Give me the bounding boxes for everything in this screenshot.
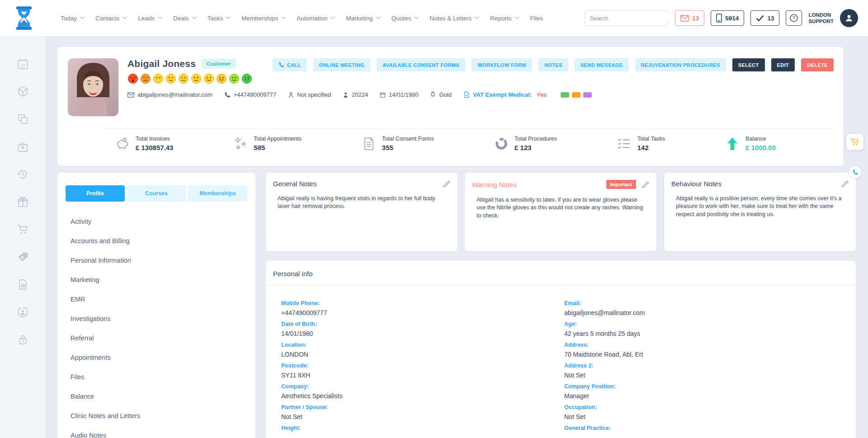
mood-3-unhappy-open-icon[interactable] <box>153 73 164 84</box>
checkmark-icon <box>756 15 764 22</box>
notes-button[interactable]: NOTES <box>538 58 568 71</box>
edit-pencil-icon[interactable] <box>443 180 450 188</box>
menu-emr[interactable]: EMR <box>71 291 247 307</box>
call-button[interactable]: CALL <box>273 58 307 71</box>
mood-9-smile-icon[interactable] <box>229 73 240 84</box>
history-clock-icon[interactable] <box>17 168 29 180</box>
edit-pencil-icon[interactable] <box>642 181 649 188</box>
user-avatar[interactable] <box>840 9 858 27</box>
tab-courses[interactable]: Courses <box>127 185 186 202</box>
package-icon[interactable] <box>17 85 29 98</box>
mood-6-neutral-icon[interactable] <box>191 73 202 84</box>
nav-leads[interactable]: Leads <box>138 15 161 22</box>
behaviour-notes-body: Abigail really is a positive person, eve… <box>676 195 849 218</box>
workflow-form-button[interactable]: WORKFLOW FORM <box>472 58 532 71</box>
client-email[interactable]: abigailjones@mailinator.com <box>127 91 212 98</box>
menu-balance[interactable]: Balance <box>71 388 247 405</box>
nav-label: Memberships <box>241 15 278 22</box>
client-photo[interactable] <box>68 58 118 116</box>
sms-count: 5914 <box>725 15 739 22</box>
nav-label: Tasks <box>208 15 223 22</box>
quick-cart-button[interactable] <box>846 134 863 150</box>
warning-notes-title: Warning Notes <box>472 181 517 188</box>
mood-rating-row <box>127 73 592 84</box>
cart-icon[interactable] <box>17 223 29 235</box>
personal-info-card: Personal info Mobile Phone:+447490009777… <box>266 261 856 438</box>
edit-pencil-icon[interactable] <box>841 180 849 188</box>
mood-7-slight-smile-icon[interactable] <box>203 73 214 84</box>
general-notes-title: General Notes <box>273 180 317 188</box>
piggy-bank-icon: $ <box>115 137 130 151</box>
stat-balance: Balance£ 1000.00 <box>725 136 776 151</box>
menu-appointments[interactable]: Appointments <box>71 349 247 366</box>
search-input[interactable] <box>590 15 669 22</box>
sms-notifications-button[interactable]: 5914 <box>711 10 744 26</box>
warning-notes-body: Abigail has a sensitivity to latex, if y… <box>476 196 649 220</box>
nav-deals[interactable]: Deals <box>173 15 195 22</box>
menu-marketing[interactable]: Marketing <box>71 272 247 288</box>
menu-accounts-and-billing[interactable]: Accounts and Billing <box>71 233 247 249</box>
gift-icon[interactable] <box>17 196 29 208</box>
mood-10-very-happy-icon[interactable] <box>241 73 252 84</box>
calendar-icon[interactable]: 12 <box>17 58 29 70</box>
rejuvenation-procedures-button[interactable]: REJUVENATION PROCEDURES <box>635 58 726 71</box>
personal-info-left-column: Mobile Phone:+447490009777 Date of Birth… <box>281 300 564 438</box>
price-tag-icon[interactable]: $ <box>17 251 29 263</box>
client-phone[interactable]: +447490009777 <box>224 91 276 98</box>
nav-quotes[interactable]: Quotes <box>392 15 418 22</box>
tag-purple[interactable] <box>583 92 592 98</box>
menu-personal-information[interactable]: Personal Information <box>71 252 247 268</box>
report-document-icon[interactable] <box>17 278 29 291</box>
nav-marketing[interactable]: Marketing <box>346 15 379 22</box>
tab-profile[interactable]: Profile <box>66 185 125 202</box>
help-button[interactable]: ? <box>786 10 802 26</box>
delete-button[interactable]: DELETE <box>801 58 834 71</box>
available-consent-forms-button[interactable]: AVAILABLE CONSENT FORMS <box>377 58 465 71</box>
mood-8-grin-icon[interactable] <box>216 73 227 84</box>
field-postcode: Postcode:SY11 8XH <box>281 363 564 379</box>
tasks-done-button[interactable]: 13 <box>750 10 779 26</box>
nav-contacts[interactable]: Contacts <box>95 15 126 22</box>
menu-referral[interactable]: Referral <box>71 330 247 346</box>
envelope-icon <box>127 92 134 98</box>
select-button[interactable]: SELECT <box>732 58 765 71</box>
main-content: Abigail Joness Customer abigailjones@mai… <box>45 36 868 438</box>
nav-reports[interactable]: Reports <box>490 15 518 22</box>
client-dob: 14/01/1980 <box>380 91 418 98</box>
client-color-tags <box>561 92 592 98</box>
tag-orange[interactable] <box>572 92 580 98</box>
menu-audio-notes[interactable]: Audio Notes <box>71 427 247 438</box>
app-logo-hourglass-icon[interactable] <box>14 6 34 30</box>
email-count: 13 <box>692 15 699 22</box>
menu-clinic-notes-and-letters[interactable]: Clinic Notes and Letters <box>71 408 247 424</box>
menu-activity[interactable]: Activity <box>71 213 247 230</box>
menu-investigations[interactable]: Investigations <box>71 311 247 327</box>
edit-button[interactable]: EDIT <box>771 58 795 71</box>
client-sync-icon[interactable] <box>17 306 29 318</box>
tab-memberships[interactable]: Memberships <box>188 185 247 202</box>
nav-memberships[interactable]: Memberships <box>241 15 284 22</box>
mood-5-slight-frown-icon[interactable] <box>178 73 189 84</box>
online-meeting-button[interactable]: ONLINE MEETING <box>313 58 370 71</box>
shopping-bag-icon[interactable] <box>17 141 29 153</box>
mood-4-neutral-icon[interactable] <box>165 73 176 84</box>
nav-files[interactable]: Files <box>530 15 543 22</box>
mood-2-sad-icon[interactable] <box>140 73 151 84</box>
nav-notes-letters[interactable]: Notes & Letters <box>429 15 478 22</box>
copy-pages-icon[interactable] <box>17 113 29 125</box>
chevron-down-icon <box>192 14 197 19</box>
lock-icon[interactable] <box>17 334 29 346</box>
quick-call-button[interactable] <box>849 166 861 178</box>
nav-today[interactable]: Today <box>61 15 83 22</box>
field-occupation: Occupation:Not Set <box>564 404 847 421</box>
tag-green[interactable] <box>561 92 569 98</box>
menu-files[interactable]: Files <box>71 369 247 385</box>
mood-1-very-sad-icon[interactable] <box>127 73 138 84</box>
field-partner-spouse: Partner / Spouse:Not Set <box>281 404 564 421</box>
nav-automation[interactable]: Automation <box>297 15 334 22</box>
send-message-button[interactable]: SEND MESSAGE <box>575 58 628 71</box>
nav-tasks[interactable]: Tasks <box>208 15 230 22</box>
email-notifications-button[interactable]: 13 <box>675 10 704 26</box>
tasks-count: 13 <box>767 15 774 22</box>
field-email: Email:abigailjones@mailinator.com <box>564 300 847 317</box>
